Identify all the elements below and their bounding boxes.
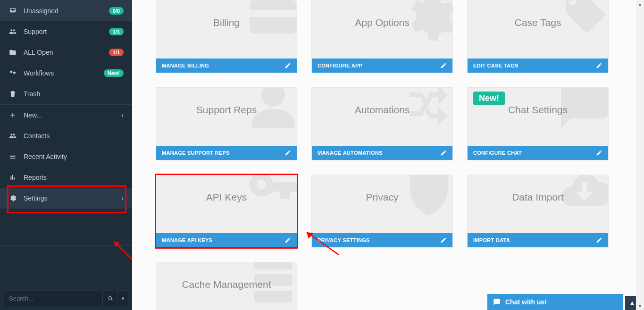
pencil-icon <box>596 62 602 69</box>
card-app-options[interactable]: App Options CONFIGURE APP <box>311 0 453 73</box>
shield-icon <box>401 175 453 222</box>
card-footer[interactable]: MANAGE SUPPORT REPS <box>156 146 297 160</box>
credit-card-icon <box>245 0 297 47</box>
card-body: API Keys <box>156 175 297 233</box>
pencil-icon <box>440 150 447 156</box>
card-footer[interactable]: MANAGE BILLING <box>156 59 297 73</box>
card-title: Cache Management <box>182 279 271 290</box>
card-privacy[interactable]: Privacy PRIVACY SETTINGS <box>311 175 453 248</box>
pencil-icon <box>440 62 447 69</box>
card-body: Support Reps <box>156 88 297 146</box>
pencil-icon <box>596 237 602 243</box>
users-icon <box>8 28 17 35</box>
sidebar-item-label: Unassigned <box>24 7 102 15</box>
card-support-reps[interactable]: Support Reps MANAGE SUPPORT REPS <box>156 87 297 160</box>
scrollbar-up-arrow[interactable]: ▲ <box>636 0 644 8</box>
card-footer[interactable]: CONFIGURE APP <box>312 59 452 73</box>
badge: New! <box>104 69 124 77</box>
card-title: Support Reps <box>196 104 257 116</box>
inbox-icon <box>8 7 17 15</box>
card-title: API Keys <box>206 192 247 203</box>
sidebar: Unassigned 0/0 Support 1/1 ALL Open 1/1 … <box>0 0 132 310</box>
card-case-tags[interactable]: Case Tags EDIT CASE TAGS <box>467 0 609 73</box>
tag-icon <box>556 0 609 47</box>
card-body: Data Import <box>468 175 608 233</box>
folder-icon <box>8 49 17 56</box>
card-footer-label: MANAGE BILLING <box>162 63 209 68</box>
card-footer-label: CONFIGURE APP <box>318 63 362 68</box>
sidebar-item-label: Contacts <box>24 132 124 140</box>
chat-widget[interactable]: Chat with us! <box>487 294 623 310</box>
pencil-icon <box>284 237 291 243</box>
card-title: Billing <box>213 17 240 28</box>
sidebar-item-settings[interactable]: Settings › <box>0 188 132 209</box>
card-footer[interactable]: IMPORT DATA <box>468 233 608 247</box>
cloud-upload-icon <box>556 175 609 222</box>
chat-icon <box>493 298 501 306</box>
svg-rect-5 <box>254 291 292 302</box>
card-title: Case Tags <box>515 17 561 28</box>
plus-icon <box>8 111 17 119</box>
sidebar-item-new[interactable]: New... › <box>0 104 132 126</box>
sidebar-search-section: ▼ <box>0 245 132 310</box>
sidebar-item-support[interactable]: Support 1/1 <box>0 21 132 42</box>
card-footer[interactable]: PRIVACY SETTINGS <box>312 233 452 247</box>
card-footer[interactable]: MANAGE AUTOMATIONS <box>312 146 452 160</box>
card-footer[interactable]: CONFIGURE CHAT <box>468 146 608 160</box>
sidebar-item-label: Recent Activity <box>24 153 124 160</box>
sidebar-item-label: Reports <box>24 174 124 181</box>
card-footer[interactable]: MANAGE API KEYS <box>156 233 297 247</box>
sidebar-item-workflows[interactable]: Workflows New! <box>0 63 132 84</box>
browser-scrollbar[interactable]: ▲ ▼ <box>636 0 644 310</box>
badge: 1/1 <box>109 28 124 35</box>
card-cache-management[interactable]: Cache Management MANAGE CACHE <box>156 262 297 310</box>
card-footer-label: PRIVACY SETTINGS <box>318 237 370 243</box>
sidebar-item-all-open[interactable]: ALL Open 1/1 <box>0 42 132 63</box>
sidebar-item-reports[interactable]: Reports <box>0 167 132 188</box>
card-data-import[interactable]: Data Import IMPORT DATA <box>467 175 609 248</box>
chat-widget-label: Chat with us! <box>505 298 547 306</box>
sidebar-item-contacts[interactable]: Contacts <box>0 126 132 146</box>
sidebar-item-unassigned[interactable]: Unassigned 0/0 <box>0 0 132 21</box>
trash-icon <box>8 90 17 98</box>
card-footer-label: MANAGE API KEYS <box>162 237 212 243</box>
sidebar-item-label: Settings <box>24 194 115 202</box>
sidebar-item-trash[interactable]: Trash <box>0 84 132 104</box>
search-input[interactable] <box>4 291 102 306</box>
sidebar-list: Unassigned 0/0 Support 1/1 ALL Open 1/1 … <box>0 0 132 245</box>
search-icon <box>108 296 113 302</box>
search-dropdown-button[interactable]: ▼ <box>117 291 128 306</box>
card-title: App Options <box>355 17 410 28</box>
card-body: Automations <box>312 88 452 146</box>
card-chat-settings[interactable]: New! Chat Settings CONFIGURE CHAT <box>467 87 609 160</box>
sidebar-item-label: New... <box>24 111 115 119</box>
sidebar-item-label: Support <box>24 28 102 35</box>
chevron-right-icon: › <box>121 194 124 202</box>
svg-rect-3 <box>254 262 292 269</box>
sidebar-item-label: Trash <box>24 90 124 98</box>
badge: 1/1 <box>109 49 124 56</box>
card-api-keys[interactable]: API Keys MANAGE API KEYS <box>156 175 297 248</box>
card-automations[interactable]: Automations MANAGE AUTOMATIONS <box>311 87 453 160</box>
card-title: Chat Settings <box>508 104 568 116</box>
search-button[interactable] <box>102 291 117 306</box>
new-pill: New! <box>473 92 505 105</box>
gear-icon <box>8 194 17 202</box>
pencil-icon <box>440 237 447 243</box>
chevron-right-icon: › <box>121 111 124 119</box>
users-icon <box>8 132 17 140</box>
card-footer-label: CONFIGURE CHAT <box>473 150 522 156</box>
card-footer[interactable]: EDIT CASE TAGS <box>468 59 608 73</box>
sidebar-item-label: ALL Open <box>24 49 102 56</box>
cards-grid: Billing MANAGE BILLING App Options CONFI… <box>156 0 613 310</box>
scrollbar-down-arrow[interactable]: ▼ <box>636 302 644 310</box>
sidebar-item-recent-activity[interactable]: Recent Activity <box>0 146 132 167</box>
card-footer-label: EDIT CASE TAGS <box>473 63 519 68</box>
card-title: Privacy <box>366 192 399 203</box>
card-body: App Options <box>312 0 452 59</box>
card-billing[interactable]: Billing MANAGE BILLING <box>156 0 297 73</box>
card-footer-label: MANAGE SUPPORT REPS <box>162 150 230 156</box>
card-body: Billing <box>156 0 297 59</box>
search-group: ▼ <box>4 291 128 306</box>
chart-icon <box>8 174 17 181</box>
